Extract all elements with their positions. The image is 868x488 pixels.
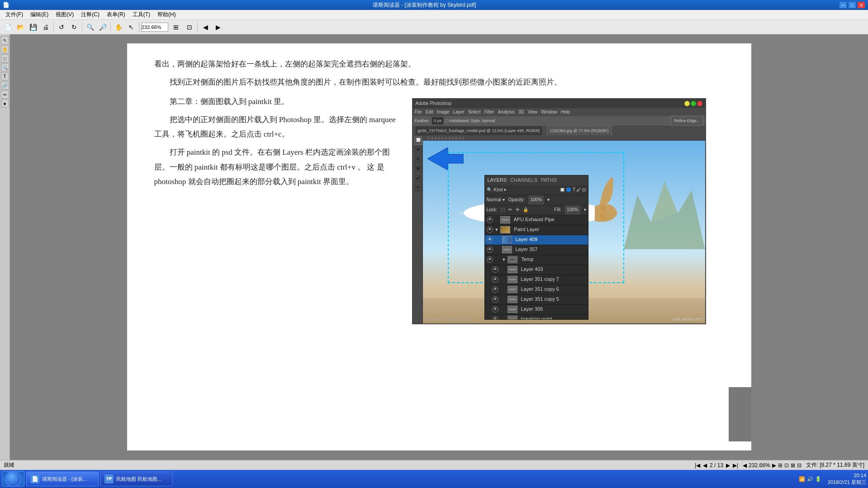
tool-select[interactable]: □: [1, 54, 9, 62]
minimize-button[interactable]: ─: [839, 1, 847, 9]
ps-menu-layer[interactable]: Layer: [453, 108, 465, 116]
nav-last-btn[interactable]: ▶|: [733, 462, 738, 469]
lock-transparent-btn[interactable]: ⬚: [501, 206, 505, 214]
layer-eye-icon[interactable]: 👁: [492, 266, 498, 273]
window-controls[interactable]: ─ □ ✕: [839, 1, 865, 9]
zoom-fit-btn[interactable]: ⊞: [778, 462, 783, 469]
status-nav-area[interactable]: |◀ ◀ 2 / 13 ▶ ▶|: [695, 462, 738, 469]
blend-mode-selector[interactable]: Normal ▾: [487, 196, 505, 204]
layer-eye-icon[interactable]: 👁: [487, 237, 493, 243]
lock-all-btn[interactable]: 🔒: [523, 206, 528, 214]
save-button[interactable]: 💾: [27, 21, 39, 33]
print-button[interactable]: 🖨: [40, 21, 52, 33]
ps-brush-tool[interactable]: ✏: [414, 184, 422, 192]
layer-403[interactable]: 👁 Layer 403: [490, 265, 588, 275]
layer-351-copy-5[interactable]: 👁 Layer 351 copy 5: [490, 295, 588, 305]
open-button[interactable]: 📂: [14, 21, 26, 33]
layer-eye-icon[interactable]: 👁: [492, 316, 498, 320]
ps-document-tabs[interactable]: grids_7377NGX_fuselage_model.psd @ 13.5%…: [413, 126, 705, 135]
menu-file[interactable]: 文件(F): [2, 10, 27, 19]
tool-annotate[interactable]: ✏: [1, 90, 9, 99]
zoom-actual-button[interactable]: ⊡: [184, 21, 195, 33]
layer-305[interactable]: 👁 Layer 305: [490, 305, 588, 315]
ps-menu-select[interactable]: Select: [468, 108, 481, 116]
layer-eye-icon[interactable]: 👁: [487, 227, 493, 233]
ps-menu-3d[interactable]: 3D: [518, 108, 524, 116]
ps-menu-help[interactable]: Help: [561, 108, 570, 116]
system-tray[interactable]: 📶 🔊 🔋: [795, 476, 825, 482]
maximize-button[interactable]: □: [848, 1, 856, 9]
tool-stamp[interactable]: ★: [1, 99, 9, 108]
layer-357[interactable]: 👁 Layer 357: [485, 245, 588, 255]
taskbar-app-map[interactable]: 🗺 民航地图 民航地图...: [100, 472, 173, 486]
opacity-arrow[interactable]: ▾: [547, 196, 550, 204]
menu-forms[interactable]: 表单(R): [103, 10, 129, 19]
redo-button[interactable]: ↻: [68, 21, 80, 33]
ps-win-controls[interactable]: [684, 101, 702, 106]
zoom-fit-button[interactable]: ⊞: [170, 21, 182, 33]
layer-paint-layer-group[interactable]: 👁 ▼ Paint Layer: [485, 225, 588, 235]
ps-menu-window[interactable]: Window: [541, 108, 557, 116]
tool-arrow[interactable]: ↖: [1, 36, 9, 44]
ps-lasso-tool[interactable]: ⊙: [414, 156, 422, 164]
prev-page-nav[interactable]: ◀: [199, 21, 211, 33]
tool-hand[interactable]: ✋: [1, 45, 9, 53]
ps-tab-1[interactable]: grids_7377NGX_fuselage_model.psd @ 13.5%…: [415, 126, 543, 136]
ps-tab-2[interactable]: 1182384.jpg @ 77.9% (RGB/8F): [546, 126, 612, 136]
zoom-actual-btn[interactable]: ⊟: [797, 462, 802, 469]
fill-arrow[interactable]: ▾: [584, 206, 586, 214]
taskbar-app-pdf[interactable]: 📄 堪斯阅读器 - [涂装...: [26, 472, 99, 486]
group-arrow[interactable]: ▼: [495, 226, 499, 233]
ps-tool-icons[interactable]: ⬜ ✛ ⊙ ⊞ 🖋 ✏: [413, 135, 422, 194]
menu-help[interactable]: 帮助(H): [154, 10, 180, 19]
group-arrow[interactable]: ▼: [502, 256, 506, 263]
lock-position-btn[interactable]: ✛: [516, 206, 519, 214]
ps-menu-view[interactable]: View: [528, 108, 538, 116]
ps-menu-edit[interactable]: Edit: [426, 108, 433, 116]
ps-crop-tool[interactable]: ⊞: [414, 165, 422, 173]
tool-zoom[interactable]: 🔍: [1, 63, 9, 71]
start-button[interactable]: [2, 471, 24, 487]
undo-button[interactable]: ↺: [56, 21, 67, 33]
channels-tab[interactable]: CHANNELS: [510, 176, 537, 185]
zoom-status-area[interactable]: ◀ 232.66% ▶ ⊞ ⊡ ⊠ ⊟: [743, 462, 801, 469]
paths-tab[interactable]: PATHS: [541, 176, 557, 185]
hand-tool-button[interactable]: ✋: [113, 21, 124, 33]
zoom-page-btn[interactable]: ⊠: [791, 462, 795, 469]
menu-edit[interactable]: 编辑(E): [27, 10, 52, 19]
zoom-input[interactable]: [141, 23, 168, 32]
ps-menu-filter[interactable]: Filter: [484, 108, 494, 116]
ps-menu-analysis[interactable]: Analysis: [498, 108, 515, 116]
zoom-width-btn[interactable]: ⊡: [784, 462, 789, 469]
ps-menu-image[interactable]: Image: [437, 108, 450, 116]
ps-minimize-btn[interactable]: [684, 101, 690, 106]
layer-409[interactable]: 👁 Layer 409: [485, 235, 588, 245]
select-tool-button[interactable]: ↖: [125, 21, 137, 33]
next-page-nav[interactable]: ▶: [212, 21, 224, 33]
ps-refine-edge-btn[interactable]: Refine Edge...: [671, 116, 703, 126]
menu-tools[interactable]: 工具(T): [129, 10, 154, 19]
opacity-value[interactable]: 100%: [528, 195, 544, 204]
zoom-inc-btn[interactable]: ▶: [772, 462, 776, 469]
lock-pixels-btn[interactable]: ✏: [508, 206, 512, 214]
ps-feather-value[interactable]: 0 px: [432, 117, 444, 125]
zoom-input-area[interactable]: ⊞ ⊡: [141, 21, 195, 33]
fill-value[interactable]: 100%: [565, 205, 580, 214]
nav-prev-btn[interactable]: ◀: [703, 462, 707, 469]
layer-eye-icon[interactable]: 👁: [492, 286, 498, 293]
ps-close-btn[interactable]: [697, 101, 702, 106]
nav-next-btn[interactable]: ▶: [726, 462, 730, 469]
layer-351-copy-6[interactable]: 👁 Layer 351 copy 6: [490, 285, 588, 295]
layer-eye-icon[interactable]: 👁: [487, 246, 493, 253]
layer-eye-icon[interactable]: 👁: [487, 256, 493, 263]
ps-eyedropper-tool[interactable]: 🖋: [414, 175, 422, 183]
menu-view[interactable]: 视图(V): [52, 10, 77, 19]
zoom-in-button[interactable]: 🔍: [84, 21, 96, 33]
layer-breaking-point[interactable]: 👁 breaking point: [490, 315, 588, 320]
menu-annotate[interactable]: 注释(C): [77, 10, 103, 19]
zoom-out-button[interactable]: 🔎: [97, 21, 109, 33]
tool-link[interactable]: 🔗: [1, 81, 9, 90]
layer-eye-icon[interactable]: 👁: [492, 296, 498, 303]
zoom-dec-btn[interactable]: ◀: [743, 462, 747, 469]
new-button[interactable]: 📄: [2, 21, 14, 33]
